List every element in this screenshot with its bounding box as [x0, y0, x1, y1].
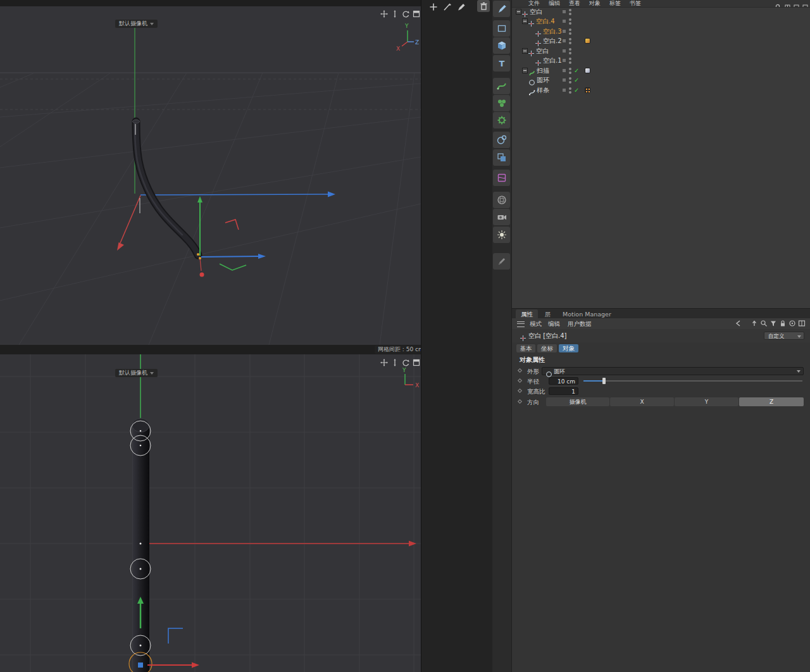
- metaball-tool-button[interactable]: [493, 132, 510, 148]
- object-name[interactable]: 空白: [530, 7, 542, 16]
- search-icon[interactable]: [760, 320, 768, 327]
- tree-row[interactable]: 空白.2: [512, 36, 810, 46]
- layer-chip[interactable]: [563, 39, 566, 42]
- rectangle-spline-tool-button[interactable]: [493, 20, 510, 37]
- direction-camera-button[interactable]: 摄像机: [546, 397, 609, 406]
- object-name[interactable]: 圆环: [537, 75, 549, 85]
- dolly-icon[interactable]: [390, 9, 399, 18]
- array-tool-button[interactable]: [493, 95, 510, 111]
- tree-row[interactable]: 空白: [512, 46, 810, 56]
- tab-coordinates[interactable]: 坐标: [537, 344, 557, 352]
- back-arrow-icon[interactable]: [735, 320, 742, 327]
- camera-menu[interactable]: 默认摄像机: [115, 369, 158, 377]
- camera-menu[interactable]: 默认摄像机: [115, 20, 158, 28]
- radius-input[interactable]: 10 cm: [549, 377, 578, 385]
- render-visibility-dot[interactable]: [569, 22, 571, 25]
- editor-visibility-dot[interactable]: [569, 9, 571, 11]
- object-name[interactable]: 空白.1: [543, 56, 562, 65]
- object-name[interactable]: 空白: [536, 46, 549, 56]
- collapse-toggle[interactable]: [522, 18, 528, 24]
- freehand-spline-tool-button[interactable]: [493, 78, 510, 94]
- layer-chip[interactable]: [563, 89, 566, 92]
- editor-visibility-dot[interactable]: [569, 87, 571, 90]
- tab-attributes[interactable]: 属性: [516, 309, 538, 319]
- tree-row[interactable]: 空白: [512, 7, 810, 16]
- tree-row[interactable]: 空白.4: [512, 16, 810, 26]
- tree-row[interactable]: 圆环 ✓: [512, 75, 810, 85]
- collapse-toggle[interactable]: [522, 48, 528, 54]
- editor-visibility-dot[interactable]: [569, 68, 571, 70]
- cube-primitive-tool-button[interactable]: [493, 37, 510, 54]
- rotate-icon[interactable]: [401, 9, 409, 18]
- knife-tool-icon[interactable]: [442, 1, 453, 13]
- material-paint-tool-button[interactable]: [493, 253, 510, 270]
- perspective-scene-canvas[interactable]: Y Z X: [0, 6, 421, 345]
- delete-button[interactable]: [477, 0, 490, 12]
- pan-icon[interactable]: [380, 9, 388, 18]
- editor-visibility-dot[interactable]: [569, 77, 571, 80]
- tree-row[interactable]: 空白.1: [512, 56, 810, 65]
- render-visibility-dot[interactable]: [569, 72, 571, 74]
- direction-y-button[interactable]: Y: [675, 397, 738, 406]
- dolly-icon[interactable]: [390, 358, 399, 366]
- tab-layer[interactable]: 层: [540, 309, 556, 319]
- toggle-view-icon[interactable]: [412, 9, 420, 18]
- tree-row[interactable]: 空白.3: [512, 27, 810, 36]
- render-visibility-dot[interactable]: [569, 13, 571, 15]
- tab-motion-manager[interactable]: Motion Manager: [558, 309, 616, 319]
- aspect-input[interactable]: 1: [549, 387, 578, 395]
- slider-handle[interactable]: [602, 378, 606, 384]
- object-name[interactable]: 空白.3: [543, 27, 562, 36]
- rotate-icon[interactable]: [401, 358, 409, 366]
- enabled-checkmark[interactable]: ✓: [574, 85, 579, 95]
- render-visibility-dot[interactable]: [569, 61, 571, 64]
- instance-tool-button[interactable]: [493, 149, 510, 166]
- deformer-tool-button[interactable]: [493, 170, 510, 186]
- shape-dropdown[interactable]: 圆环: [542, 367, 804, 375]
- lock-icon[interactable]: [779, 320, 787, 327]
- tree-row[interactable]: 样条 ✓: [512, 85, 810, 95]
- camera-tool-button[interactable]: [493, 209, 510, 225]
- enabled-checkmark[interactable]: ✓: [574, 66, 579, 75]
- target-icon[interactable]: [788, 320, 796, 327]
- editor-visibility-dot[interactable]: [569, 18, 571, 21]
- spline-pen-tool-button[interactable]: [493, 1, 510, 17]
- up-arrow-icon[interactable]: [751, 320, 758, 327]
- tree-row[interactable]: 扫描 ✓: [512, 66, 810, 75]
- radius-slider[interactable]: [583, 380, 802, 382]
- menu-user-data[interactable]: 用户数据: [568, 318, 592, 329]
- layer-chip[interactable]: [563, 10, 566, 13]
- filter-icon[interactable]: [770, 320, 777, 327]
- direction-x-button[interactable]: X: [610, 397, 674, 406]
- layer-chip[interactable]: [563, 59, 566, 62]
- render-visibility-dot[interactable]: [569, 91, 571, 94]
- layer-chip[interactable]: [563, 30, 566, 33]
- editor-visibility-dot[interactable]: [569, 28, 571, 31]
- keyframe-diamond-icon[interactable]: [518, 389, 522, 393]
- phong-tag-icon[interactable]: [585, 68, 590, 73]
- object-name[interactable]: 样条: [537, 85, 549, 95]
- object-name[interactable]: 空白.4: [536, 16, 555, 26]
- layout-icon[interactable]: [798, 320, 806, 327]
- text-spline-tool-button[interactable]: T: [493, 55, 510, 72]
- hamburger-menu-icon[interactable]: [517, 321, 525, 327]
- point-data-tag-icon[interactable]: [585, 87, 590, 93]
- direction-z-button[interactable]: Z: [739, 397, 804, 406]
- editor-visibility-dot[interactable]: [569, 48, 571, 51]
- keyframe-diamond-icon[interactable]: [518, 368, 522, 373]
- light-tool-button[interactable]: [493, 227, 510, 243]
- environment-tool-button[interactable]: [493, 192, 510, 208]
- editor-visibility-dot[interactable]: [569, 58, 571, 60]
- layer-chip[interactable]: [563, 49, 566, 53]
- pan-icon[interactable]: [380, 358, 388, 366]
- layer-chip[interactable]: [563, 78, 566, 82]
- generator-tool-button[interactable]: [493, 112, 510, 128]
- render-visibility-dot[interactable]: [569, 81, 571, 84]
- render-visibility-dot[interactable]: [569, 32, 571, 35]
- layer-chip[interactable]: [563, 69, 566, 72]
- layer-chip[interactable]: [563, 20, 566, 23]
- editor-visibility-dot[interactable]: [569, 38, 571, 40]
- tab-basic[interactable]: 基本: [516, 344, 535, 352]
- xpresso-tag-icon[interactable]: [585, 38, 590, 44]
- collapse-toggle[interactable]: [522, 68, 528, 73]
